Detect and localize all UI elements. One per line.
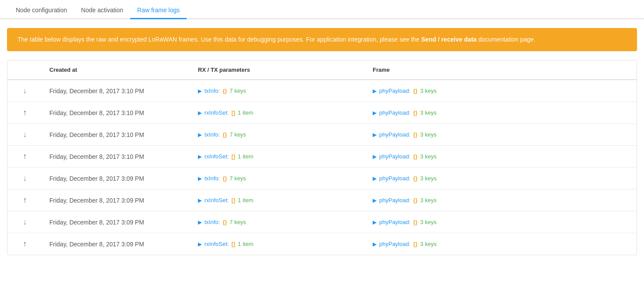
arrow-down-icon: ↓ (23, 130, 27, 139)
param-key: rxInfoSet: (204, 197, 229, 203)
expand-arrow-icon: ▶ (373, 197, 377, 203)
expand-arrow-icon: ▶ (373, 175, 377, 182)
info-banner: The table below displays the raw and enc… (7, 28, 637, 51)
arrow-down-icon: ↓ (23, 217, 27, 227)
frame-bracket: {} (413, 219, 418, 225)
col-header-rxtx: RX / TX parameters (191, 60, 366, 80)
table-row: ↓Friday, December 8, 2017 3:09 PM ▶ txIn… (7, 168, 637, 189)
expand-arrow-icon: ▶ (198, 88, 202, 94)
frame-cell[interactable]: ▶ phyPayload: {} 3 keys (366, 146, 637, 168)
created-at-cell: Friday, December 8, 2017 3:10 PM (42, 124, 191, 146)
table-row: ↑Friday, December 8, 2017 3:10 PM ▶ rxIn… (7, 146, 637, 168)
frame-bracket: {} (413, 153, 418, 160)
param-cell[interactable]: ▶ txInfo: {} 7 keys (191, 124, 366, 146)
param-count: 7 keys (230, 131, 246, 138)
param-cell[interactable]: ▶ txInfo: {} 7 keys (191, 80, 366, 102)
arrow-up-icon: ↑ (23, 152, 27, 161)
param-key: rxInfoSet: (204, 109, 229, 116)
tab-node-activation[interactable]: Node activation (74, 2, 131, 19)
expand-arrow-icon: ▶ (373, 154, 377, 160)
param-bracket: {} (222, 131, 227, 138)
arrow-down-icon: ↓ (23, 174, 27, 183)
param-key: txInfo: (204, 219, 220, 225)
param-bracket: {} (222, 219, 227, 225)
arrow-up-icon: ↑ (23, 196, 27, 205)
frame-cell[interactable]: ▶ phyPayload: {} 3 keys (366, 211, 637, 233)
frame-bracket: {} (413, 175, 418, 182)
banner-text-after: documentation page. (477, 36, 536, 43)
frame-count: 3 keys (420, 175, 437, 182)
expand-arrow-icon: ▶ (198, 132, 202, 138)
param-cell[interactable]: ▶ txInfo: {} 7 keys (191, 211, 366, 233)
param-cell[interactable]: ▶ rxInfoSet: [] 1 item (191, 146, 366, 168)
created-at-cell: Friday, December 8, 2017 3:09 PM (42, 211, 191, 233)
frame-cell[interactable]: ▶ phyPayload: {} 3 keys (366, 102, 637, 124)
frame-logs-table-container: Created at RX / TX parameters Frame ↓Fri… (7, 60, 637, 255)
frame-cell[interactable]: ▶ phyPayload: {} 3 keys (366, 189, 637, 211)
tab-node-configuration[interactable]: Node configuration (9, 2, 74, 19)
frame-count: 3 keys (420, 197, 437, 203)
param-key: txInfo: (204, 175, 220, 182)
param-bracket: {} (222, 88, 227, 94)
param-count: 7 keys (230, 175, 246, 182)
frame-cell[interactable]: ▶ phyPayload: {} 3 keys (366, 168, 637, 189)
banner-text-before: The table below displays the raw and enc… (17, 36, 421, 43)
frame-logs-table: Created at RX / TX parameters Frame ↓Fri… (7, 60, 637, 255)
created-at-cell: Friday, December 8, 2017 3:09 PM (42, 233, 191, 255)
param-cell[interactable]: ▶ rxInfoSet: [] 1 item (191, 189, 366, 211)
frame-cell[interactable]: ▶ phyPayload: {} 3 keys (366, 80, 637, 102)
param-count: 7 keys (230, 88, 246, 94)
table-row: ↑Friday, December 8, 2017 3:09 PM ▶ rxIn… (7, 233, 637, 255)
frame-key: phyPayload: (379, 109, 411, 116)
param-bracket: [] (232, 109, 235, 116)
col-header-frame: Frame (366, 60, 637, 80)
expand-arrow-icon: ▶ (373, 219, 377, 225)
frame-bracket: {} (413, 197, 418, 203)
frame-count: 3 keys (420, 88, 437, 94)
param-cell[interactable]: ▶ txInfo: {} 7 keys (191, 168, 366, 189)
created-at-cell: Friday, December 8, 2017 3:09 PM (42, 189, 191, 211)
param-bracket: [] (232, 153, 235, 160)
direction-icon: ↓ (7, 211, 42, 233)
param-count: 7 keys (230, 219, 246, 225)
col-header-direction (7, 60, 42, 80)
table-row: ↓Friday, December 8, 2017 3:10 PM ▶ txIn… (7, 80, 637, 102)
expand-arrow-icon: ▶ (198, 154, 202, 160)
frame-key: phyPayload: (379, 219, 411, 225)
expand-arrow-icon: ▶ (198, 219, 202, 225)
frame-key: phyPayload: (379, 175, 411, 182)
created-at-cell: Friday, December 8, 2017 3:09 PM (42, 168, 191, 189)
direction-icon: ↓ (7, 168, 42, 189)
table-header-row: Created at RX / TX parameters Frame (7, 60, 637, 80)
expand-arrow-icon: ▶ (198, 197, 202, 203)
frame-cell[interactable]: ▶ phyPayload: {} 3 keys (366, 233, 637, 255)
banner-link[interactable]: Send / receive data (421, 36, 477, 43)
frame-key: phyPayload: (379, 197, 411, 203)
created-at-cell: Friday, December 8, 2017 3:10 PM (42, 80, 191, 102)
param-key: txInfo: (204, 88, 220, 94)
param-cell[interactable]: ▶ rxInfoSet: [] 1 item (191, 233, 366, 255)
table-row: ↑Friday, December 8, 2017 3:09 PM ▶ rxIn… (7, 189, 637, 211)
param-count: 1 item (238, 109, 253, 116)
arrow-up-icon: ↑ (23, 108, 27, 117)
param-cell[interactable]: ▶ rxInfoSet: [] 1 item (191, 102, 366, 124)
expand-arrow-icon: ▶ (198, 241, 202, 247)
frame-bracket: {} (413, 109, 418, 116)
frame-key: phyPayload: (379, 131, 411, 138)
param-count: 1 item (238, 197, 253, 203)
tab-raw-frame-logs[interactable]: Raw frame logs (130, 2, 187, 19)
param-key: txInfo: (204, 131, 220, 138)
frame-cell[interactable]: ▶ phyPayload: {} 3 keys (366, 124, 637, 146)
frame-bracket: {} (413, 241, 418, 247)
frame-count: 3 keys (420, 153, 437, 160)
direction-icon: ↓ (7, 80, 42, 102)
expand-arrow-icon: ▶ (373, 132, 377, 138)
arrow-down-icon: ↓ (23, 86, 27, 95)
created-at-cell: Friday, December 8, 2017 3:10 PM (42, 102, 191, 124)
expand-arrow-icon: ▶ (373, 88, 377, 94)
created-at-cell: Friday, December 8, 2017 3:10 PM (42, 146, 191, 168)
frame-key: phyPayload: (379, 88, 411, 94)
param-count: 1 item (238, 153, 253, 160)
param-bracket: [] (232, 197, 235, 203)
frame-count: 3 keys (420, 219, 437, 225)
